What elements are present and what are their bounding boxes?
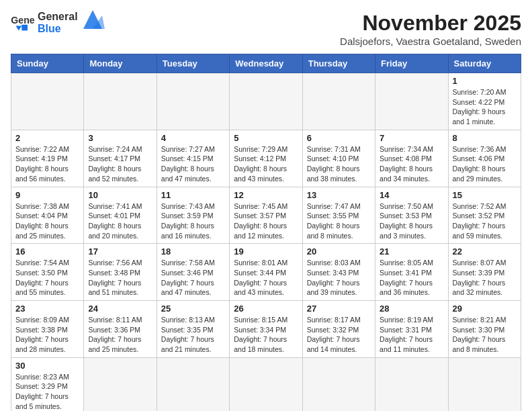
day-number: 9 [15, 190, 79, 200]
day-number: 7 [380, 133, 443, 143]
calendar-cell [11, 73, 84, 130]
calendar-cell [375, 73, 448, 130]
day-info: Sunrise: 7:54 AM Sunset: 3:50 PM Dayligh… [15, 258, 79, 298]
day-info: Sunrise: 8:03 AM Sunset: 3:43 PM Dayligh… [307, 258, 371, 298]
page-header: General General Blue November 2025 Dalsj… [11, 11, 521, 47]
month-title: November 2025 [340, 11, 521, 36]
day-info: Sunrise: 7:52 AM Sunset: 3:52 PM Dayligh… [453, 201, 517, 241]
day-info: Sunrise: 7:27 AM Sunset: 4:15 PM Dayligh… [161, 144, 225, 184]
svg-text:General: General [11, 14, 35, 25]
day-number: 4 [161, 133, 225, 143]
calendar-cell: 9Sunrise: 7:38 AM Sunset: 4:04 PM Daylig… [11, 187, 84, 244]
col-header-sunday: Sunday [11, 54, 84, 73]
calendar-cell [84, 357, 157, 411]
col-header-monday: Monday [84, 54, 157, 73]
day-info: Sunrise: 7:41 AM Sunset: 4:01 PM Dayligh… [88, 201, 152, 241]
calendar-cell: 21Sunrise: 8:05 AM Sunset: 3:41 PM Dayli… [375, 244, 448, 301]
day-number: 3 [88, 133, 152, 143]
calendar-week-4: 23Sunrise: 8:09 AM Sunset: 3:38 PM Dayli… [11, 301, 521, 358]
logo-text-general: General [38, 11, 78, 23]
day-info: Sunrise: 8:23 AM Sunset: 3:29 PM Dayligh… [15, 372, 79, 411]
day-info: Sunrise: 7:24 AM Sunset: 4:17 PM Dayligh… [88, 144, 152, 184]
day-info: Sunrise: 7:50 AM Sunset: 3:53 PM Dayligh… [380, 201, 443, 241]
calendar-cell: 25Sunrise: 8:13 AM Sunset: 3:35 PM Dayli… [157, 301, 229, 358]
col-header-wednesday: Wednesday [230, 54, 302, 73]
calendar-cell: 16Sunrise: 7:54 AM Sunset: 3:50 PM Dayli… [11, 244, 84, 301]
location-title: Dalsjoefors, Vaestra Goetaland, Sweden [340, 36, 521, 47]
calendar-cell: 24Sunrise: 8:11 AM Sunset: 3:36 PM Dayli… [84, 301, 157, 358]
day-number: 19 [234, 246, 298, 257]
day-number: 18 [161, 246, 225, 257]
day-info: Sunrise: 8:19 AM Sunset: 3:31 PM Dayligh… [380, 315, 443, 355]
calendar-cell: 8Sunrise: 7:36 AM Sunset: 4:06 PM Daylig… [448, 130, 521, 187]
col-header-saturday: Saturday [448, 54, 521, 73]
calendar-week-1: 2Sunrise: 7:22 AM Sunset: 4:19 PM Daylig… [11, 130, 521, 187]
day-number: 29 [453, 304, 517, 314]
calendar-week-3: 16Sunrise: 7:54 AM Sunset: 3:50 PM Dayli… [11, 244, 521, 301]
col-header-thursday: Thursday [302, 54, 375, 73]
day-number: 22 [453, 246, 517, 257]
calendar-week-2: 9Sunrise: 7:38 AM Sunset: 4:04 PM Daylig… [11, 187, 521, 244]
day-number: 11 [161, 190, 225, 200]
logo-text-blue: Blue [38, 23, 78, 35]
calendar-cell [375, 357, 448, 411]
day-info: Sunrise: 7:38 AM Sunset: 4:04 PM Dayligh… [15, 201, 79, 241]
day-info: Sunrise: 8:11 AM Sunset: 3:36 PM Dayligh… [88, 315, 152, 355]
day-number: 13 [307, 190, 371, 200]
logo: General General Blue [11, 11, 105, 34]
day-number: 14 [380, 190, 443, 200]
day-info: Sunrise: 7:29 AM Sunset: 4:12 PM Dayligh… [234, 144, 298, 184]
calendar-cell [448, 357, 521, 411]
day-info: Sunrise: 7:47 AM Sunset: 3:55 PM Dayligh… [307, 201, 371, 241]
calendar-cell: 10Sunrise: 7:41 AM Sunset: 4:01 PM Dayli… [84, 187, 157, 244]
day-number: 27 [307, 304, 371, 314]
day-info: Sunrise: 7:43 AM Sunset: 3:59 PM Dayligh… [161, 201, 225, 241]
calendar-cell [230, 357, 302, 411]
calendar-cell: 17Sunrise: 7:56 AM Sunset: 3:48 PM Dayli… [84, 244, 157, 301]
day-info: Sunrise: 8:17 AM Sunset: 3:32 PM Dayligh… [307, 315, 371, 355]
day-number: 8 [453, 133, 517, 143]
calendar-week-5: 30Sunrise: 8:23 AM Sunset: 3:29 PM Dayli… [11, 357, 521, 411]
calendar-cell: 13Sunrise: 7:47 AM Sunset: 3:55 PM Dayli… [302, 187, 375, 244]
day-number: 23 [15, 304, 79, 314]
calendar-cell: 19Sunrise: 8:01 AM Sunset: 3:44 PM Dayli… [230, 244, 302, 301]
day-info: Sunrise: 7:58 AM Sunset: 3:46 PM Dayligh… [161, 258, 225, 298]
calendar-cell: 20Sunrise: 8:03 AM Sunset: 3:43 PM Dayli… [302, 244, 375, 301]
calendar-cell: 7Sunrise: 7:34 AM Sunset: 4:08 PM Daylig… [375, 130, 448, 187]
day-info: Sunrise: 8:15 AM Sunset: 3:34 PM Dayligh… [234, 315, 298, 355]
title-area: November 2025 Dalsjoefors, Vaestra Goeta… [340, 11, 521, 47]
svg-rect-2 [21, 24, 28, 30]
day-info: Sunrise: 7:22 AM Sunset: 4:19 PM Dayligh… [15, 144, 79, 184]
svg-marker-1 [15, 26, 21, 30]
calendar-cell: 22Sunrise: 8:07 AM Sunset: 3:39 PM Dayli… [448, 244, 521, 301]
day-number: 2 [15, 133, 79, 143]
logo-shape-icon [83, 10, 105, 29]
calendar-cell: 11Sunrise: 7:43 AM Sunset: 3:59 PM Dayli… [157, 187, 229, 244]
calendar-cell: 15Sunrise: 7:52 AM Sunset: 3:52 PM Dayli… [448, 187, 521, 244]
calendar-cell: 29Sunrise: 8:21 AM Sunset: 3:30 PM Dayli… [448, 301, 521, 358]
day-number: 1 [453, 76, 517, 86]
calendar-cell [84, 73, 157, 130]
calendar-cell: 27Sunrise: 8:17 AM Sunset: 3:32 PM Dayli… [302, 301, 375, 358]
day-number: 30 [15, 361, 79, 371]
calendar-cell: 2Sunrise: 7:22 AM Sunset: 4:19 PM Daylig… [11, 130, 84, 187]
day-info: Sunrise: 8:13 AM Sunset: 3:35 PM Dayligh… [161, 315, 225, 355]
day-number: 17 [88, 246, 152, 257]
calendar-cell: 4Sunrise: 7:27 AM Sunset: 4:15 PM Daylig… [157, 130, 229, 187]
day-info: Sunrise: 7:56 AM Sunset: 3:48 PM Dayligh… [88, 258, 152, 298]
day-info: Sunrise: 8:01 AM Sunset: 3:44 PM Dayligh… [234, 258, 298, 298]
calendar-cell [157, 357, 229, 411]
day-number: 20 [307, 246, 371, 257]
day-info: Sunrise: 7:34 AM Sunset: 4:08 PM Dayligh… [380, 144, 443, 184]
day-number: 10 [88, 190, 152, 200]
calendar-table: SundayMondayTuesdayWednesdayThursdayFrid… [11, 54, 521, 411]
calendar-cell: 23Sunrise: 8:09 AM Sunset: 3:38 PM Dayli… [11, 301, 84, 358]
calendar-cell: 30Sunrise: 8:23 AM Sunset: 3:29 PM Dayli… [11, 357, 84, 411]
day-number: 26 [234, 304, 298, 314]
calendar-cell: 3Sunrise: 7:24 AM Sunset: 4:17 PM Daylig… [84, 130, 157, 187]
day-info: Sunrise: 7:31 AM Sunset: 4:10 PM Dayligh… [307, 144, 371, 184]
day-info: Sunrise: 8:05 AM Sunset: 3:41 PM Dayligh… [380, 258, 443, 298]
day-info: Sunrise: 7:20 AM Sunset: 4:22 PM Dayligh… [453, 87, 517, 127]
calendar-cell: 5Sunrise: 7:29 AM Sunset: 4:12 PM Daylig… [230, 130, 302, 187]
day-info: Sunrise: 8:09 AM Sunset: 3:38 PM Dayligh… [15, 315, 79, 355]
